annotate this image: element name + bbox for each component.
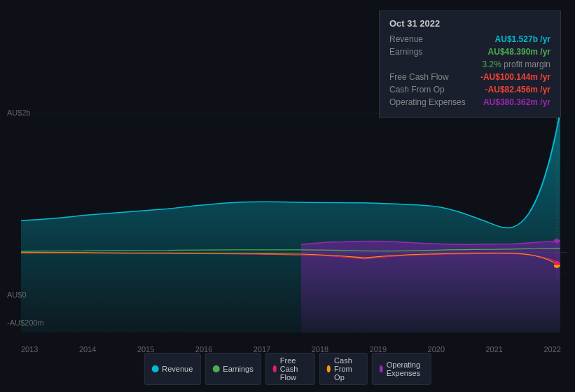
tooltip-label-fcf: Free Cash Flow xyxy=(389,72,449,82)
tooltip-row-revenue: Revenue AU$1.527b /yr xyxy=(389,34,550,44)
x-label-2021: 2021 xyxy=(486,345,503,354)
data-tooltip: Oct 31 2022 Revenue AU$1.527b /yr Earnin… xyxy=(379,10,561,118)
tooltip-value-earnings: AU$48.390m /yr xyxy=(488,47,550,57)
tooltip-profit-margin-row: 3.2% profit margin xyxy=(389,59,550,69)
profit-margin-label: profit margin xyxy=(501,59,550,69)
tooltip-label-earnings: Earnings xyxy=(389,47,422,57)
legend-dot-fcf xyxy=(273,365,277,372)
legend-dot-opex xyxy=(379,365,382,372)
x-label-2014: 2014 xyxy=(79,345,96,354)
profit-margin-value: 3.2% xyxy=(483,59,501,69)
chart-svg xyxy=(0,108,575,332)
legend-dot-cashfromop xyxy=(327,365,331,372)
tooltip-label-opex: Operating Expenses xyxy=(389,97,466,107)
tooltip-value-fcf: -AU$100.144m /yr xyxy=(480,72,550,82)
tooltip-row-cashfromop: Cash From Op -AU$82.456m /yr xyxy=(389,85,550,94)
tooltip-label-revenue: Revenue xyxy=(389,34,423,44)
legend-item-fcf[interactable]: Free Cash Flow xyxy=(265,353,315,385)
legend-item-cashfromop[interactable]: Cash From Op xyxy=(319,353,367,385)
legend-dot-earnings xyxy=(212,365,219,372)
tooltip-label-cashfromop: Cash From Op xyxy=(389,85,445,94)
legend-label-fcf: Free Cash Flow xyxy=(280,356,307,382)
tooltip-row-opex: Operating Expenses AU$380.362m /yr xyxy=(389,97,550,107)
legend-item-opex[interactable]: Operating Expenses xyxy=(371,353,431,385)
opex-dot xyxy=(554,239,560,243)
tooltip-row-earnings: Earnings AU$48.390m /yr xyxy=(389,47,550,57)
tooltip-title: Oct 31 2022 xyxy=(389,18,550,29)
legend-label-revenue: Revenue xyxy=(162,365,193,373)
legend-label-opex: Operating Expenses xyxy=(387,360,424,377)
legend-item-revenue[interactable]: Revenue xyxy=(144,353,200,385)
legend-label-cashfromop: Cash From Op xyxy=(334,356,359,382)
chart-legend: Revenue Earnings Free Cash Flow Cash Fro… xyxy=(144,353,431,385)
tooltip-value-opex: AU$380.362m /yr xyxy=(483,97,550,107)
legend-dot-revenue xyxy=(151,365,158,372)
x-label-2013: 2013 xyxy=(21,345,38,354)
tooltip-value-cashfromop: -AU$82.456m /yr xyxy=(485,85,550,94)
tooltip-row-fcf: Free Cash Flow -AU$100.144m /yr xyxy=(389,72,550,82)
x-label-2022: 2022 xyxy=(543,345,560,354)
fcf-dot xyxy=(554,261,560,265)
legend-item-earnings[interactable]: Earnings xyxy=(205,353,261,385)
tooltip-value-revenue: AU$1.527b /yr xyxy=(495,34,550,44)
legend-label-earnings: Earnings xyxy=(223,365,253,373)
